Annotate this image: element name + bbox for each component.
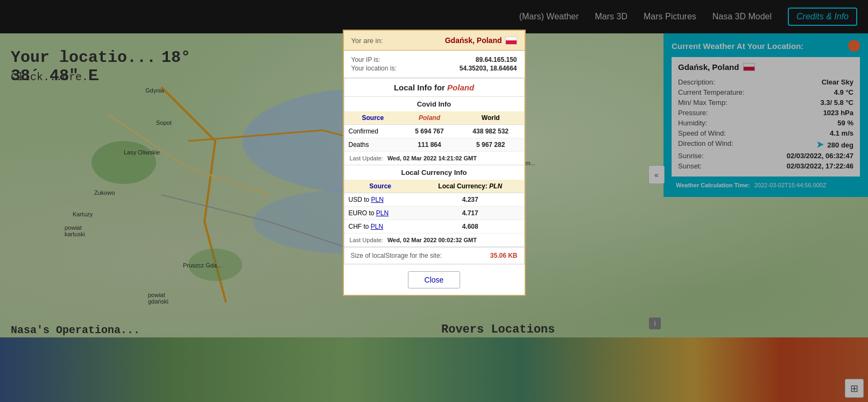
chf-pln-value: 4.608 xyxy=(417,220,524,234)
covid-table: Source Poland World Confirmed 5 694 767 … xyxy=(344,111,524,152)
currency-header-source: Source xyxy=(344,180,417,193)
modal-location-text: Gdańsk, Poland xyxy=(445,36,502,45)
euro-pln-label: EURO to PLN xyxy=(344,207,417,220)
covid-last-update: Last Update: Wed, 02 Mar 2022 14:21:02 G… xyxy=(344,152,524,165)
modal-ip-value: 89.64.165.150 xyxy=(476,56,517,64)
modal-inner-box: Local Info for Poland Covid Info Source … xyxy=(344,78,525,264)
covid-deaths-poland: 111 864 xyxy=(401,138,457,152)
local-info-title: Local Info for Poland xyxy=(344,79,524,97)
covid-update-value: Wed, 02 Mar 2022 14:21:02 GMT xyxy=(387,155,477,161)
local-info-country: Poland xyxy=(447,83,474,92)
close-button[interactable]: Close xyxy=(408,271,461,288)
covid-confirmed-label: Confirmed xyxy=(344,125,402,138)
modal-location-bar: Yor are in: Gdańsk, Poland xyxy=(344,31,525,51)
currency-table: Source Local Currency: PLN USD to PLN 4.… xyxy=(344,180,524,234)
covid-header-world: World xyxy=(457,111,524,125)
storage-row: Size of localStorage for the site: 35.06… xyxy=(344,247,524,264)
modal-location-label: Yor are in: xyxy=(351,37,383,45)
modal-coords-row: Your location is: 54.35203, 18.64664 xyxy=(351,65,517,72)
modal-footer: Close xyxy=(344,264,525,295)
currency-last-update: Last Update: Wed, 02 Mar 2022 00:02:32 G… xyxy=(344,234,524,247)
covid-deaths-world: 5 967 282 xyxy=(457,138,524,152)
covid-confirmed-world: 438 982 532 xyxy=(457,125,524,138)
modal-ip-section: Your IP is: 89.64.165.150 Your location … xyxy=(344,51,525,78)
currency-pln: PLN xyxy=(489,182,502,190)
table-row: USD to PLN 4.237 xyxy=(344,193,524,207)
modal-location-value: Gdańsk, Poland xyxy=(445,36,517,45)
currency-header-local: Local Currency: PLN xyxy=(417,180,524,193)
euro-pln-value: 4.717 xyxy=(417,207,524,220)
table-row: Deaths 111 864 5 967 282 xyxy=(344,138,524,152)
location-info-modal: Yor are in: Gdańsk, Poland Your IP is: 8… xyxy=(343,30,526,296)
modal-flag-pl xyxy=(505,37,517,45)
currency-title: Local Currency Info xyxy=(344,165,524,180)
modal-coords-label: Your location is: xyxy=(351,65,397,72)
table-row: Confirmed 5 694 767 438 982 532 xyxy=(344,125,524,138)
covid-update-label: Last Update: xyxy=(350,155,383,161)
currency-update-value: Wed, 02 Mar 2022 00:02:32 GMT xyxy=(387,237,477,243)
chf-pln-label: CHF to PLN xyxy=(344,220,417,234)
usd-pln-value: 4.237 xyxy=(417,193,524,207)
modal-ip-label: Your IP is: xyxy=(351,56,380,64)
table-row: EURO to PLN 4.717 xyxy=(344,207,524,220)
modal-overlay: Yor are in: Gdańsk, Poland Your IP is: 8… xyxy=(0,0,868,402)
usd-pln-label: USD to PLN xyxy=(344,193,417,207)
modal-coords-value: 54.35203, 18.64664 xyxy=(460,65,517,72)
table-row: CHF to PLN 4.608 xyxy=(344,220,524,234)
covid-confirmed-poland: 5 694 767 xyxy=(401,125,457,138)
covid-title: Covid Info xyxy=(344,97,524,111)
storage-label: Size of localStorage for the site: xyxy=(351,252,442,259)
covid-deaths-label: Deaths xyxy=(344,138,402,152)
modal-ip-row: Your IP is: 89.64.165.150 xyxy=(351,56,517,64)
covid-header-source: Source xyxy=(344,111,402,125)
currency-update-label: Last Update: xyxy=(350,237,383,243)
covid-header-poland: Poland xyxy=(401,111,457,125)
storage-value: 35.06 KB xyxy=(490,252,518,259)
